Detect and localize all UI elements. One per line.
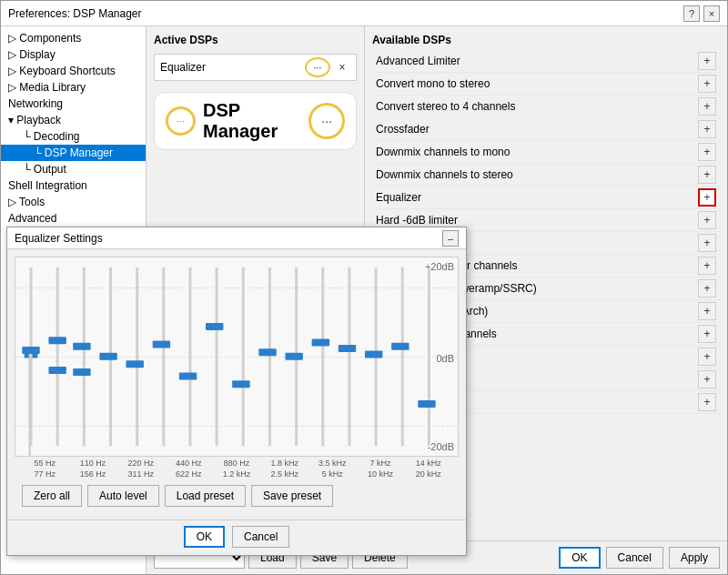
avail-item-crossfader: Crossfader + bbox=[372, 118, 720, 141]
svg-rect-19 bbox=[73, 343, 90, 350]
eq-freq-col-2: 110 Hz 156 Hz bbox=[70, 459, 116, 479]
eq-chart: +20dB 0dB -20dB bbox=[15, 257, 459, 457]
svg-rect-30 bbox=[339, 345, 356, 352]
add-reverse-stereo-button[interactable]: + bbox=[698, 325, 716, 343]
dsp-manager-banner: ··· DSP Manager ··· bbox=[154, 92, 357, 150]
sidebar-item-output[interactable]: └ Output bbox=[1, 161, 146, 177]
available-dsps-title: Available DSPs bbox=[372, 34, 720, 46]
add-downmix-stereo-button[interactable]: + bbox=[698, 166, 716, 184]
add-downmix-mono-button[interactable]: + bbox=[698, 143, 716, 161]
sidebar-item-playback[interactable]: ▾ Playback bbox=[1, 112, 146, 128]
save-preset-button[interactable]: Save preset bbox=[251, 485, 333, 507]
title-bar: Preferences: DSP Manager ? × bbox=[1, 1, 727, 26]
eq-close-button[interactable]: – bbox=[442, 230, 459, 247]
avail-item-advanced-limiter: Advanced Limiter + bbox=[372, 50, 720, 73]
eq-dialog: Equalizer Settings – +20dB 0dB -20dB bbox=[6, 227, 467, 556]
svg-rect-31 bbox=[365, 350, 382, 358]
add-skip-silence-button[interactable]: + bbox=[698, 348, 716, 366]
svg-rect-26 bbox=[232, 380, 249, 388]
avail-item-convert-stereo4: Convert stereo to 4 channels + bbox=[372, 96, 720, 118]
avail-item-convert-mono: Convert mono to stereo + bbox=[372, 73, 720, 96]
eq-freq-labels: 55 Hz 77 Hz 110 Hz 156 Hz 220 Hz 311 Hz … bbox=[15, 457, 459, 479]
svg-rect-16 bbox=[22, 347, 39, 354]
avail-item-equalizer: Equalizer + bbox=[372, 187, 720, 209]
sidebar-item-networking[interactable]: Networking bbox=[1, 96, 146, 112]
eq-freq-col-3: 220 Hz 311 Hz bbox=[117, 459, 164, 479]
main-dialog-title: Preferences: DSP Manager bbox=[8, 7, 142, 20]
eq-ok-button[interactable]: OK bbox=[184, 526, 225, 548]
svg-rect-21 bbox=[99, 353, 116, 360]
zero-all-button[interactable]: Zero all bbox=[22, 485, 82, 507]
sidebar-item-media-library[interactable]: ▷ Media Library bbox=[1, 79, 146, 96]
main-ok-button[interactable]: OK bbox=[559, 547, 600, 569]
eq-freq-col-5: 880 Hz 1.2 kHz bbox=[214, 459, 260, 479]
load-preset-button[interactable]: Load preset bbox=[165, 485, 246, 507]
eq-freq-col-4: 440 Hz 622 Hz bbox=[166, 459, 212, 479]
active-dsps-title: Active DSPs bbox=[154, 34, 357, 46]
sidebar-item-dsp-manager[interactable]: └ DSP Manager bbox=[1, 145, 146, 161]
svg-rect-18 bbox=[48, 337, 66, 344]
eq-dialog-title: Equalizer Settings bbox=[15, 232, 103, 245]
eq-dialog-bottom: OK Cancel bbox=[7, 520, 466, 555]
auto-level-button[interactable]: Auto level bbox=[87, 485, 159, 507]
sidebar-item-decoding[interactable]: └ Decoding bbox=[1, 128, 146, 145]
add-upmix51-button[interactable]: + bbox=[698, 370, 716, 388]
sidebar-item-keyboard-shortcuts[interactable]: ▷ Keyboard Shortcuts bbox=[1, 63, 146, 79]
add-equalizer-button[interactable]: + bbox=[698, 188, 716, 207]
add-resampler-dbpa-button[interactable]: + bbox=[698, 279, 716, 298]
sidebar-item-display[interactable]: ▷ Display bbox=[1, 46, 146, 63]
avail-item-downmix-stereo: Downmix channels to stereo + bbox=[372, 164, 720, 187]
main-apply-button[interactable]: Apply bbox=[669, 547, 720, 569]
eq-freq-col-8: 7 kHz 10 kHz bbox=[358, 459, 404, 479]
eq-cancel-button[interactable]: Cancel bbox=[232, 526, 289, 548]
sidebar-item-shell-integration[interactable]: Shell Integration bbox=[1, 177, 146, 194]
add-advanced-limiter-button[interactable]: + bbox=[698, 52, 716, 70]
main-cancel-button[interactable]: Cancel bbox=[606, 547, 663, 569]
sidebar-item-tools[interactable]: ▷ Tools bbox=[1, 194, 146, 210]
svg-rect-20 bbox=[73, 368, 90, 376]
eq-freq-col-7: 3.5 kHz 5 kHz bbox=[309, 459, 356, 479]
dsp-manager-menu-icon: ··· bbox=[166, 106, 196, 136]
add-convert-mono-button[interactable]: + bbox=[698, 75, 716, 93]
avail-item-downmix-mono: Downmix channels to mono + bbox=[372, 141, 720, 164]
svg-rect-25 bbox=[206, 323, 223, 330]
add-move-stereo-rear-button[interactable]: + bbox=[698, 257, 716, 275]
svg-rect-33 bbox=[418, 400, 435, 408]
add-hard-limiter-button[interactable]: + bbox=[698, 211, 716, 229]
dsp-active-item: Equalizer ··· × bbox=[154, 54, 357, 81]
svg-rect-27 bbox=[258, 348, 276, 356]
add-convert-stereo4-button[interactable]: + bbox=[698, 97, 716, 116]
svg-rect-22 bbox=[126, 360, 144, 368]
sidebar-item-components[interactable]: ▷ Components bbox=[1, 30, 146, 46]
dsp-item-config-button[interactable]: ··· bbox=[305, 57, 330, 77]
svg-rect-32 bbox=[391, 343, 409, 350]
dsp-manager-dots-button[interactable]: ··· bbox=[308, 103, 345, 139]
add-resampler-retro-button[interactable]: + bbox=[698, 302, 716, 320]
eq-body: +20dB 0dB -20dB bbox=[7, 249, 466, 520]
add-upmix71-button[interactable]: + bbox=[698, 393, 716, 411]
eq-title-bar: Equalizer Settings – bbox=[7, 227, 466, 249]
dsp-active-item-label: Equalizer bbox=[160, 61, 301, 74]
eq-bottom-buttons: Zero all Auto level Load preset Save pre… bbox=[15, 479, 459, 512]
eq-freq-col-1: 55 Hz 77 Hz bbox=[22, 459, 68, 479]
svg-rect-29 bbox=[312, 338, 329, 346]
eq-freq-col-9: 14 kHz 20 kHz bbox=[405, 459, 451, 479]
eq-freq-col-6: 1.8 kHz 2.5 kHz bbox=[261, 459, 308, 479]
add-meier-button[interactable]: + bbox=[698, 234, 716, 252]
add-crossfader-button[interactable]: + bbox=[698, 120, 716, 138]
close-button[interactable]: × bbox=[703, 5, 720, 22]
title-bar-controls: ? × bbox=[683, 5, 720, 22]
sidebar-item-advanced[interactable]: Advanced bbox=[1, 210, 146, 227]
eq-bands-svg bbox=[15, 257, 458, 456]
dsp-manager-label: DSP Manager bbox=[203, 100, 301, 142]
svg-rect-24 bbox=[179, 372, 197, 379]
svg-rect-23 bbox=[153, 341, 170, 348]
dsp-item-remove-button[interactable]: × bbox=[334, 59, 350, 76]
main-dialog: Preferences: DSP Manager ? × ▷ Component… bbox=[0, 0, 728, 575]
help-button[interactable]: ? bbox=[683, 5, 700, 22]
svg-rect-28 bbox=[285, 353, 302, 360]
svg-rect-17 bbox=[48, 367, 66, 374]
